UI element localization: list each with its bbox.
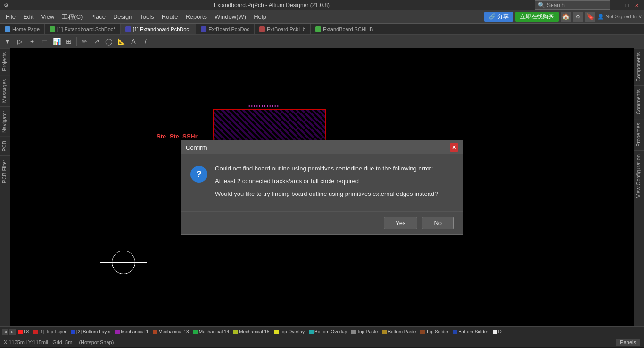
menu-design[interactable]: Design	[109, 11, 136, 22]
menubar: File Edit View 工程(C) Place Design Tools …	[0, 10, 644, 24]
layer-top-solder[interactable]: Top Solder	[418, 329, 450, 334]
toolbar-curve-btn[interactable]: ↗	[91, 36, 102, 47]
dialog-close-button[interactable]: ✕	[450, 143, 458, 152]
menu-route[interactable]: Route	[158, 11, 182, 22]
toolbar-circle-btn[interactable]: ◯	[103, 36, 115, 47]
menu-help[interactable]: Help	[250, 11, 270, 22]
panel-pcb[interactable]: PCB	[0, 137, 10, 155]
coords-text: X:1135mil Y:115mil	[4, 340, 48, 345]
minimize-button[interactable]: —	[614, 1, 621, 9]
toolbar-rect-btn[interactable]: ▭	[39, 36, 50, 47]
panel-projects[interactable]: Projects	[0, 48, 10, 75]
layer-mech15-label: Mechanical 15	[239, 329, 269, 334]
layer-mech13-color	[153, 330, 157, 334]
tab-pcbdoc-active[interactable]: [1] Extandboard.PcbDoc*	[121, 24, 197, 34]
tab-extboard-pcb-icon	[201, 26, 206, 32]
search-box[interactable]: 🔍 Search	[535, 0, 610, 10]
tab-extboard-lib[interactable]: ExtBoard.PcbLib	[255, 24, 311, 34]
toolbar-chart-btn[interactable]: 📊	[51, 36, 62, 47]
toolbar-pencil-btn[interactable]: ✏	[79, 36, 90, 47]
layer-mech14[interactable]: Mechanical 14	[191, 329, 231, 334]
layer-bottom-solder-color	[453, 330, 457, 334]
menu-project[interactable]: 工程(C)	[58, 11, 86, 23]
layer-bottom[interactable]: [2] Bottom Layer	[69, 329, 113, 334]
menu-file[interactable]: File	[2, 11, 19, 22]
layer-d-color	[493, 330, 497, 334]
tab-schdoc-icon	[50, 26, 55, 32]
dialog-title: Confirm	[186, 144, 207, 151]
menu-tools[interactable]: Tools	[136, 11, 157, 22]
menu-edit[interactable]: Edit	[19, 11, 37, 22]
layer-bottom-paste-label: Bottom Paste	[388, 329, 416, 334]
panel-components[interactable]: Components	[634, 48, 644, 85]
layer-d[interactable]: D	[491, 329, 504, 334]
home-button[interactable]: 🏠	[561, 12, 571, 22]
settings-button[interactable]: ⚙	[573, 12, 583, 22]
dialog-message3: Would you like to try finding board outl…	[215, 189, 454, 199]
toolbar-text-btn[interactable]: A	[128, 36, 139, 47]
tab-extboard-lib-icon	[259, 26, 265, 32]
layer-mech14-label: Mechanical 14	[199, 329, 229, 334]
bookmark-button[interactable]: 🔖	[585, 12, 595, 22]
layer-top-solder-label: Top Solder	[426, 329, 448, 334]
share-button[interactable]: 🔗 分享	[484, 12, 513, 22]
toolbar-grid-btn[interactable]: ⊞	[63, 36, 74, 47]
layer-ls[interactable]: LS	[16, 329, 31, 334]
layer-bottom-paste-color	[382, 330, 387, 334]
layer-top-overlay[interactable]: Top Overlay	[272, 329, 306, 334]
pcb-canvas[interactable]: Ste_Ste_SSHr... •••••••••••• Confirm ✕ ?…	[10, 48, 634, 326]
tabs-bar: Home Page [1] Extandboard.SchDoc* [1] Ex…	[0, 24, 644, 35]
layer-mech1[interactable]: Mechanical 1	[113, 329, 150, 334]
layer-bottom-paste[interactable]: Bottom Paste	[380, 329, 418, 334]
dialog-body: ? Could not find board outline using pri…	[181, 154, 463, 211]
menu-place[interactable]: Place	[86, 11, 109, 22]
cursor-vertical	[124, 251, 124, 274]
panel-navigator[interactable]: Navigator	[0, 106, 10, 137]
layer-ls-color	[18, 330, 23, 334]
layer-top-overlay-color	[274, 330, 279, 334]
toolbar-add-btn[interactable]: +	[26, 36, 38, 47]
panel-pcbfilter[interactable]: PCB Filter	[0, 155, 10, 187]
no-button[interactable]: No	[422, 217, 454, 229]
layer-top[interactable]: [1] Top Layer	[32, 329, 68, 334]
layer-mech14-color	[193, 330, 198, 334]
panel-properties[interactable]: Properties	[634, 119, 644, 150]
layer-bottom-color	[71, 330, 75, 334]
layer-nav-right[interactable]: ►	[9, 329, 16, 335]
panel-view-config[interactable]: View Configuration	[634, 150, 644, 202]
close-button[interactable]: ✕	[633, 1, 640, 9]
main-layout: Projects Messages Navigator PCB PCB Filt…	[0, 48, 644, 326]
toolbar-measure-btn[interactable]: 📐	[116, 36, 127, 47]
layer-mech15[interactable]: Mechanical 15	[231, 329, 271, 334]
panel-messages[interactable]: Messages	[0, 75, 10, 106]
tab-extboard-lib-label: ExtBoard.PcbLib	[267, 26, 305, 32]
menu-window[interactable]: Window(W)	[211, 11, 250, 22]
online-buy-button[interactable]: 立即在线购买	[515, 12, 559, 22]
maximize-button[interactable]: □	[623, 1, 631, 9]
toolbar-arrow-btn[interactable]: ▷	[14, 36, 25, 47]
menu-view[interactable]: View	[37, 11, 58, 22]
dialog-content: Could not find board outline using primi…	[215, 164, 454, 202]
layer-mech1-label: Mechanical 1	[121, 329, 149, 334]
toolbar-slash-btn[interactable]: /	[140, 36, 151, 47]
layer-bottom-solder[interactable]: Bottom Solder	[451, 329, 490, 334]
tab-home[interactable]: Home Page	[0, 24, 45, 34]
layer-mech13[interactable]: Mechanical 13	[151, 329, 190, 334]
layer-bottom-overlay[interactable]: Bottom Overlay	[307, 329, 349, 334]
layer-bottom-overlay-color	[309, 330, 314, 334]
layer-mech15-color	[233, 330, 238, 334]
tab-schlib[interactable]: ExtandBoard.SCHLIB	[311, 24, 378, 34]
yes-button[interactable]: Yes	[384, 217, 417, 229]
tab-pcbdoc-label: [1] Extandboard.PcbDoc*	[133, 26, 191, 32]
tab-schlib-label: ExtandBoard.SCHLIB	[323, 26, 373, 32]
panels-button[interactable]: Panels	[616, 339, 640, 346]
panel-comments[interactable]: Comments	[634, 85, 644, 118]
tab-extboard-pcb[interactable]: ExtBoard.PcbDoc	[196, 24, 255, 34]
menu-reports[interactable]: Reports	[182, 11, 211, 22]
layer-ls-label: LS	[24, 329, 29, 334]
layer-top-paste[interactable]: Top Paste	[349, 329, 380, 334]
layer-bar: ◄ ► LS [1] Top Layer [2] Bottom Layer Me…	[0, 326, 644, 337]
toolbar-filter-btn[interactable]: ▼	[2, 36, 13, 47]
tab-schdoc[interactable]: [1] Extandboard.SchDoc*	[45, 24, 121, 34]
layer-nav-left[interactable]: ◄	[2, 329, 8, 335]
